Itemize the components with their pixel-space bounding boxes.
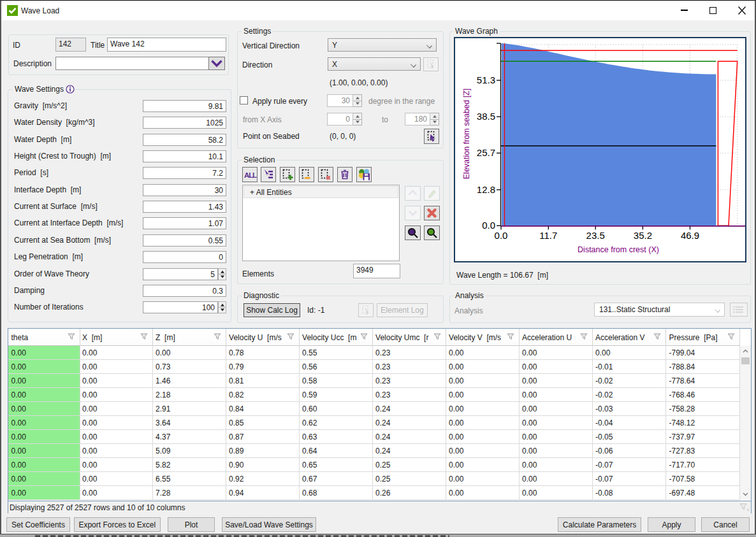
- svg-text:Distance from crest (X): Distance from crest (X): [578, 245, 659, 254]
- svg-text:Elevation from seabed [Z]: Elevation from seabed [Z]: [462, 89, 471, 179]
- svg-text:ALL: ALL: [244, 171, 257, 179]
- svg-text:23.5: 23.5: [586, 230, 605, 241]
- svg-text:0.0: 0.0: [482, 220, 495, 231]
- svg-text:46.9: 46.9: [681, 230, 699, 241]
- svg-text:38.5: 38.5: [477, 111, 495, 122]
- svg-text:0.0: 0.0: [495, 230, 508, 241]
- svg-text:35.2: 35.2: [634, 230, 652, 241]
- svg-text:12.8: 12.8: [477, 184, 495, 195]
- svg-text:51.3: 51.3: [477, 75, 495, 85]
- svg-text:11.7: 11.7: [539, 230, 557, 241]
- svg-text:25.7: 25.7: [477, 147, 495, 158]
